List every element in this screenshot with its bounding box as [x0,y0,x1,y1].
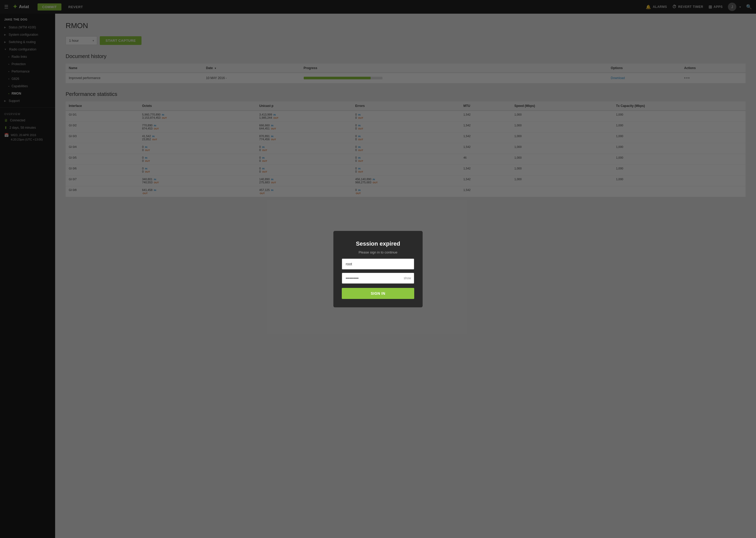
show-password-button[interactable]: show [404,276,411,280]
modal-title: Session expired [356,241,400,247]
session-expired-modal: Session expired Please sign in to contin… [333,231,423,307]
username-input[interactable] [342,258,414,270]
password-row: show [342,273,414,284]
password-input[interactable] [342,273,414,284]
modal-subtitle: Please sign in to continue [358,250,398,254]
modal-overlay: Session expired Please sign in to contin… [0,0,756,538]
sign-in-button[interactable]: SIGN IN [342,288,414,299]
